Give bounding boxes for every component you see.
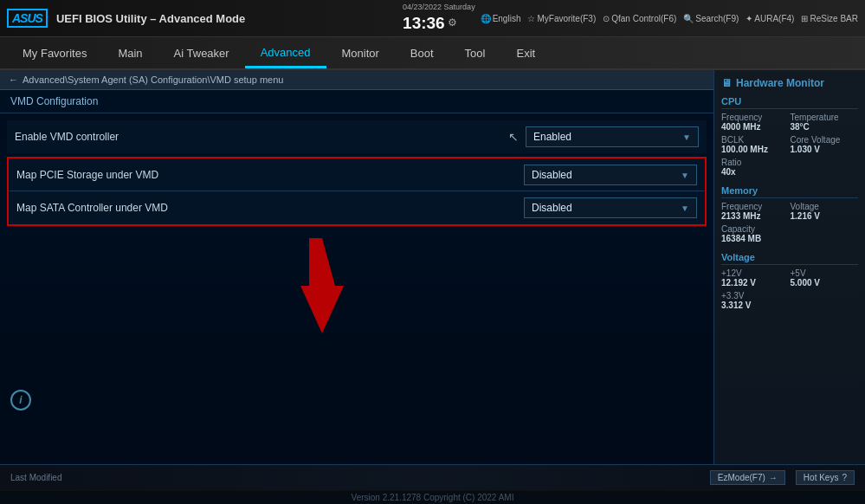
english-icon: 🌐 [481, 14, 491, 23]
cpu-temp-value: 38°C [791, 122, 859, 132]
tool-aura[interactable]: ✦ AURA(F4) [746, 14, 794, 23]
tool-english[interactable]: 🌐 English [481, 14, 521, 23]
version-text: Version 2.21.1278 Copyright (C) 2022 AMI [352, 493, 514, 502]
pcie-dropdown-arrow-icon: ▼ [681, 171, 689, 180]
v12-value: 12.192 V [721, 278, 790, 288]
nav-item-main[interactable]: Main [102, 40, 158, 67]
mem-voltage-value: 1.216 V [791, 211, 859, 221]
v33-label: +3.3V [721, 291, 858, 300]
v5-value: 5.000 V [791, 278, 859, 288]
nav-item-ai-tweaker[interactable]: Ai Tweaker [158, 40, 245, 67]
ez-mode-icon: → [769, 473, 778, 482]
map-sata-value: Disabled [532, 202, 572, 214]
hot-keys-label: Hot Keys [804, 473, 839, 482]
v5-label: +5V [791, 268, 859, 278]
cpu-section-title: CPU [721, 96, 858, 109]
hardware-monitor-sidebar: 🖥 Hardware Monitor CPU Frequency 4000 MH… [713, 70, 865, 464]
dropdown-arrow-icon: ▼ [682, 132, 691, 142]
memory-section: Memory Frequency 2133 MHz Voltage 1.216 … [721, 185, 858, 243]
map-pcie-label: Map PCIE Storage under VMD [16, 169, 524, 181]
highlighted-settings-group: Map PCIE Storage under VMD Disabled ▼ Ma… [7, 157, 707, 226]
bottom-bar: Last Modified EzMode(F7) → Hot Keys ? [0, 464, 865, 490]
enable-vmd-value: Enabled [533, 131, 571, 143]
nav-item-boot[interactable]: Boot [395, 40, 449, 67]
map-sata-label: Map SATA Controller under VMD [16, 202, 524, 214]
favorite-icon: ☆ [527, 14, 535, 23]
cpu-temp-label: Temperature [791, 113, 859, 122]
main-navigation: My Favorites Main Ai Tweaker Advanced Mo… [0, 37, 865, 70]
mem-freq-label: Frequency [721, 202, 790, 211]
asus-logo: ASUS [7, 9, 48, 28]
mem-freq-value: 2133 MHz [721, 211, 790, 221]
map-pcie-value: Disabled [532, 169, 572, 181]
enable-vmd-row: Enable VMD controller ↖ Enabled ▼ [7, 120, 707, 153]
time-display: 13:36 [403, 13, 445, 35]
nav-item-advanced[interactable]: Advanced [245, 39, 326, 68]
bios-title: UEFI BIOS Utility – Advanced Mode [56, 12, 245, 25]
map-pcie-row: Map PCIE Storage under VMD Disabled ▼ [9, 158, 705, 191]
tool-search[interactable]: 🔍 Search(F9) [683, 14, 739, 23]
bclk-value: 100.00 MHz [721, 145, 790, 154]
monitor-icon: 🖥 [721, 77, 732, 89]
svg-marker-0 [300, 238, 344, 333]
back-arrow-icon[interactable]: ← [9, 74, 18, 85]
core-voltage-label: Core Voltage [791, 135, 859, 145]
search-icon: 🔍 [683, 14, 694, 23]
last-modified-text: Last Modified [10, 473, 61, 482]
version-bar: Version 2.21.1278 Copyright (C) 2022 AMI [0, 490, 865, 504]
bclk-label: BCLK [721, 135, 790, 145]
breadcrumb: ← Advanced\System Agent (SA) Configurati… [0, 70, 713, 90]
ratio-label: Ratio [721, 158, 858, 167]
hot-keys-icon: ? [842, 473, 847, 482]
resize-icon: ⊞ [801, 14, 808, 23]
mem-voltage-label: Voltage [791, 202, 859, 211]
voltage-section-title: Voltage [721, 252, 858, 265]
aura-icon: ✦ [746, 14, 752, 23]
enable-vmd-label: Enable VMD controller [15, 131, 508, 143]
nav-item-tool[interactable]: Tool [449, 40, 501, 67]
ratio-value: 40x [721, 167, 858, 177]
sidebar-title: 🖥 Hardware Monitor [721, 77, 858, 89]
memory-section-title: Memory [721, 185, 858, 198]
cpu-freq-value: 4000 MHz [721, 122, 790, 132]
sata-dropdown-arrow-icon: ▼ [681, 204, 689, 213]
date-display: 04/23/2022 Saturday 13:36 ⚙ [403, 3, 475, 34]
ez-mode-button[interactable]: EzMode(F7) → [710, 470, 785, 485]
section-title: VMD Configuration [0, 90, 713, 113]
capacity-value: 16384 MB [721, 234, 858, 243]
enable-vmd-dropdown[interactable]: Enabled ▼ [526, 126, 699, 147]
cpu-freq-label: Frequency [721, 113, 790, 122]
nav-item-exit[interactable]: Exit [500, 40, 551, 67]
breadcrumb-text: Advanced\System Agent (SA) Configuration… [23, 74, 283, 85]
qfan-icon: ⊙ [603, 14, 610, 23]
v12-label: +12V [721, 268, 790, 278]
cursor-icon: ↖ [508, 130, 519, 144]
ez-mode-label: EzMode(F7) [718, 473, 765, 482]
voltage-section: Voltage +12V 12.192 V +5V 5.000 V +3.3V … [721, 252, 858, 310]
map-sata-dropdown[interactable]: Disabled ▼ [524, 197, 697, 218]
capacity-label: Capacity [721, 224, 858, 234]
settings-gear-icon[interactable]: ⚙ [448, 16, 457, 30]
cpu-section: CPU Frequency 4000 MHz Temperature 38°C … [721, 96, 858, 177]
map-sata-row: Map SATA Controller under VMD Disabled ▼ [9, 191, 705, 224]
hot-keys-button[interactable]: Hot Keys ? [796, 470, 855, 485]
settings-area: Enable VMD controller ↖ Enabled ▼ Map PC… [0, 113, 713, 464]
tool-resize-bar[interactable]: ⊞ ReSize BAR [801, 14, 858, 23]
tool-myfavorite[interactable]: ☆ MyFavorite(F3) [527, 14, 596, 23]
nav-item-myfavorites[interactable]: My Favorites [7, 40, 102, 67]
nav-item-monitor[interactable]: Monitor [326, 40, 395, 67]
v33-value: 3.312 V [721, 300, 858, 310]
map-pcie-dropdown[interactable]: Disabled ▼ [524, 165, 697, 185]
info-button[interactable]: i [10, 390, 31, 410]
core-voltage-value: 1.030 V [791, 145, 859, 154]
tool-qfan[interactable]: ⊙ Qfan Control(F6) [603, 14, 676, 23]
annotation-arrow [296, 238, 348, 337]
